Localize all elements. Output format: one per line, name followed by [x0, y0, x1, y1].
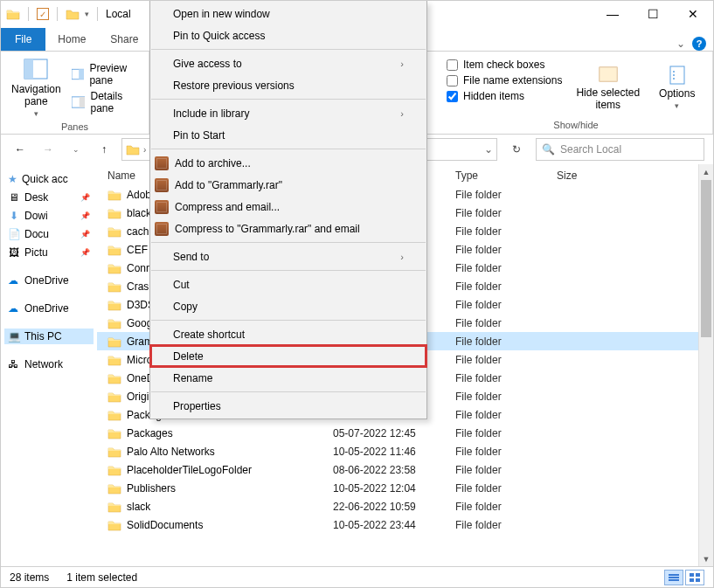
- table-row[interactable]: Packages05-07-2022 12:45File folder: [97, 424, 713, 442]
- folder-icon: [107, 354, 121, 366]
- submenu-icon: ›: [400, 252, 404, 262]
- ctx-compress-email[interactable]: Compress and email...: [150, 196, 426, 218]
- ctx-pin-to-start[interactable]: Pin to Start: [150, 124, 426, 146]
- forward-button[interactable]: →: [38, 139, 59, 160]
- table-row[interactable]: SolidDocuments10-05-2022 23:44File folde…: [97, 515, 713, 534]
- options-button[interactable]: Options ▾: [654, 55, 700, 120]
- file-name: slack: [127, 501, 150, 513]
- up-button[interactable]: ↑: [94, 139, 114, 160]
- preview-pane-button[interactable]: Preview pane: [72, 62, 142, 86]
- file-date: 05-07-2022 12:45: [333, 427, 455, 439]
- ctx-compress-rar-email[interactable]: Compress to "Grammarly.rar" and email: [150, 218, 426, 239]
- selection-count: 1 item selected: [66, 571, 137, 584]
- checkbox-icon[interactable]: ✓: [37, 8, 49, 20]
- ctx-create-shortcut[interactable]: Create shortcut: [150, 323, 426, 345]
- tree-onedrive[interactable]: ☁OneDrive: [4, 273, 94, 288]
- search-icon: 🔍: [542, 143, 555, 156]
- ctx-send-to[interactable]: Send to›: [150, 246, 426, 267]
- file-type: File folder: [455, 409, 557, 421]
- file-type: File folder: [455, 189, 557, 201]
- ctx-include-in-library[interactable]: Include in library›: [150, 102, 426, 124]
- scrollbar[interactable]: ▲ ▼: [698, 164, 713, 566]
- table-row[interactable]: slack22-06-2022 10:59File folder: [97, 497, 713, 515]
- tab-file[interactable]: File: [1, 28, 45, 51]
- scroll-up-icon[interactable]: ▲: [699, 164, 713, 179]
- submenu-icon: ›: [400, 108, 404, 119]
- details-pane-button[interactable]: Details pane: [72, 90, 142, 114]
- navigation-pane-button[interactable]: Navigation pane ▾: [8, 55, 65, 121]
- submenu-icon: ›: [400, 59, 404, 69]
- file-type: File folder: [455, 501, 557, 513]
- file-name: Crasl: [127, 280, 151, 293]
- ctx-add-to-rar[interactable]: Add to "Grammarly.rar": [150, 174, 426, 196]
- item-checkboxes-toggle[interactable]: Item check boxes: [447, 59, 562, 71]
- svg-rect-15: [690, 573, 694, 577]
- folder-icon: [107, 225, 121, 238]
- search-input[interactable]: 🔍 Search Local: [536, 138, 704, 161]
- table-row[interactable]: Publishers10-05-2022 12:04File folder: [97, 479, 713, 497]
- tree-pictures[interactable]: 🖼Pictu📌: [4, 245, 94, 260]
- file-name: PlaceholderTileLogoFolder: [127, 464, 252, 476]
- scroll-thumb[interactable]: [701, 180, 711, 337]
- hidden-items-toggle[interactable]: Hidden items: [447, 90, 562, 102]
- svg-rect-18: [696, 578, 700, 582]
- file-type: File folder: [455, 317, 557, 329]
- help-icon[interactable]: ?: [692, 37, 706, 51]
- details-view-button[interactable]: [664, 570, 683, 585]
- table-row[interactable]: Palo Alto Networks10-05-2022 11:46File f…: [97, 442, 713, 460]
- svg-rect-14: [669, 579, 679, 581]
- ctx-cut[interactable]: Cut: [150, 273, 426, 295]
- file-extensions-toggle[interactable]: File name extensions: [447, 74, 562, 86]
- tree-downloads[interactable]: ⬇Dowi📌: [4, 208, 94, 224]
- file-name: Adob: [127, 189, 151, 201]
- ctx-give-access-to[interactable]: Give access to›: [150, 52, 426, 74]
- archive-icon: [155, 222, 169, 236]
- svg-rect-12: [669, 574, 679, 576]
- table-row[interactable]: PlaceholderTileLogoFolder08-06-2022 23:5…: [97, 460, 713, 479]
- svg-rect-7: [600, 67, 617, 81]
- ctx-add-to-archive[interactable]: Add to archive...: [150, 152, 426, 174]
- hide-selected-button[interactable]: Hide selected items: [571, 55, 645, 120]
- refresh-button[interactable]: ↻: [504, 138, 529, 161]
- tree-this-pc[interactable]: 💻This PC: [4, 329, 94, 344]
- tree-network[interactable]: 🖧Network: [4, 356, 94, 372]
- back-button[interactable]: ←: [10, 139, 31, 160]
- svg-rect-17: [690, 578, 694, 582]
- tree-onedrive[interactable]: ☁OneDrive: [4, 301, 94, 316]
- file-type: File folder: [455, 482, 557, 495]
- ctx-properties[interactable]: Properties: [150, 395, 426, 417]
- thumbnails-view-button[interactable]: [685, 570, 704, 585]
- svg-rect-5: [79, 97, 85, 107]
- tree-desktop[interactable]: 🖥Desk📌: [4, 190, 94, 205]
- file-type: File folder: [455, 280, 557, 293]
- status-bar: 28 items 1 item selected: [1, 566, 713, 587]
- ctx-rename[interactable]: Rename: [150, 367, 426, 389]
- folder-icon: [107, 501, 121, 513]
- close-button[interactable]: ✕: [673, 1, 713, 27]
- recent-dropdown[interactable]: ⌄: [66, 139, 87, 160]
- folder-icon: [107, 372, 121, 384]
- folder-icon: [107, 409, 121, 421]
- item-count: 28 items: [10, 571, 49, 584]
- folder-icon: [66, 8, 80, 20]
- file-type: File folder: [455, 519, 557, 531]
- ctx-pin-quick-access[interactable]: Pin to Quick access: [150, 24, 426, 46]
- column-size[interactable]: Size: [557, 169, 609, 182]
- tree-documents[interactable]: 📄Docu📌: [4, 226, 94, 242]
- file-name: Publishers: [127, 482, 176, 495]
- tree-quick-access[interactable]: ★Quick acc: [4, 171, 94, 187]
- ctx-copy[interactable]: Copy: [150, 295, 426, 317]
- ctx-delete[interactable]: Delete: [150, 345, 426, 367]
- tab-home[interactable]: Home: [45, 28, 98, 51]
- chevron-down-icon[interactable]: ⌄: [676, 38, 685, 50]
- ctx-restore-previous[interactable]: Restore previous versions: [150, 74, 426, 96]
- archive-icon: [155, 156, 169, 170]
- maximize-button[interactable]: ☐: [633, 1, 673, 27]
- file-date: 10-05-2022 12:04: [333, 482, 455, 495]
- minimize-button[interactable]: —: [593, 1, 633, 27]
- ctx-open-new-window[interactable]: Open in new window: [150, 3, 426, 24]
- column-type[interactable]: Type: [455, 169, 557, 182]
- file-name: cach: [127, 225, 149, 238]
- tab-share[interactable]: Share: [98, 28, 150, 51]
- scroll-down-icon[interactable]: ▼: [699, 551, 713, 566]
